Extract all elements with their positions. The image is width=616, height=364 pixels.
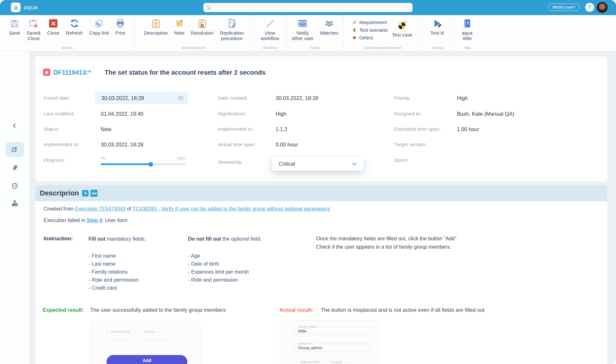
close-icon xyxy=(49,18,57,29)
create-requirement-item[interactable]: Requirement xyxy=(352,19,388,26)
print-button[interactable]: Print xyxy=(116,18,125,41)
list-item: - Role and permission xyxy=(89,276,139,284)
create-test-case-button[interactable]: Test case xyxy=(392,18,412,41)
mock-input: Currency xyxy=(139,332,167,340)
user-avatar[interactable] xyxy=(597,2,608,13)
progress-min-label: 0% xyxy=(101,156,106,160)
group-caption: Create dependent event xyxy=(343,46,421,50)
progress-max-label: 100% xyxy=(177,156,186,160)
envelope-icon xyxy=(298,18,307,29)
field-label: Progress: xyxy=(44,157,65,163)
replication-procedure-button[interactable]: {} Replication precedure xyxy=(220,18,244,41)
note-line: Check if the user appears in a list of f… xyxy=(316,243,457,251)
defect-type-bug-icon xyxy=(43,69,50,76)
calendar-icon[interactable] xyxy=(178,95,184,101)
field-label: Severenity: xyxy=(218,159,243,165)
create-test-scenario-item[interactable]: Test scenario xyxy=(352,27,388,33)
description-section-header: Descriprion A A⇄ xyxy=(35,185,607,201)
test-it-play-icon xyxy=(432,18,442,29)
expected-result-label: Expected result: xyxy=(43,307,84,313)
resolution-button[interactable]: Resolution xyxy=(191,18,214,41)
sidebar-tab-attachments[interactable] xyxy=(0,163,30,172)
field-value: High xyxy=(457,95,468,101)
list-item: - Age xyxy=(188,252,249,260)
search-input[interactable] xyxy=(214,5,410,11)
brand-name: aqua xyxy=(24,4,38,11)
field-label: Actual time span: xyxy=(218,142,256,147)
field-label: Estimated time span: xyxy=(394,126,441,132)
list-item: - Role and permission xyxy=(188,276,249,284)
found-date-input[interactable]: 30.03.2022, 18:28 xyxy=(95,92,188,104)
field-label: Target version: xyxy=(394,142,427,147)
created-from-line: Created from Execution TE5478343 of TC43… xyxy=(44,206,330,212)
view-workflow-button[interactable]: View workflow xyxy=(261,18,279,41)
requirement-icon xyxy=(352,20,357,25)
list-item: - Expences limit per month xyxy=(188,268,249,276)
replication-procedure-icon: {} xyxy=(227,18,236,29)
list-item: - Family relations xyxy=(89,268,139,276)
floppy-save-icon xyxy=(10,18,19,29)
aqua-app-window: a aqua What's new? ? Save xyxy=(0,0,616,364)
toolbar-group-notify: Notify other user Watches Notify xyxy=(287,15,343,51)
svg-text:{}: {} xyxy=(230,21,234,24)
paperclip-icon xyxy=(11,163,19,172)
floppy-close-icon xyxy=(29,18,38,29)
sidebar-tab-dependencies[interactable] xyxy=(0,200,30,208)
field-label: Assigned to: xyxy=(394,111,421,117)
help-button[interactable]: ? xyxy=(585,3,594,12)
severity-dropdown[interactable]: Critical xyxy=(272,157,364,171)
test-case-icon xyxy=(397,20,407,31)
mock-input: Currency xyxy=(326,362,353,364)
defect-id[interactable]: DF1119413:* xyxy=(53,69,91,76)
field-label: Implemented in: xyxy=(218,126,253,132)
field-label: Found date: xyxy=(44,95,70,101)
aqua-wiki-button[interactable]: ? aqua Wiki xyxy=(462,18,472,41)
save-button[interactable]: Save xyxy=(9,18,20,41)
defect-title[interactable]: The set status for the account resets af… xyxy=(105,69,265,76)
wiki-book-icon: ? xyxy=(463,18,471,29)
whats-new-button[interactable]: What's new? xyxy=(548,4,580,11)
field-value: Bush, Kate (Manual QA) xyxy=(457,111,514,117)
mock-input: Expenses limit xyxy=(296,362,323,364)
test-it-button[interactable]: Test it! xyxy=(430,18,444,36)
description-button[interactable]: Description xyxy=(144,18,168,41)
test-case-link[interactable]: TC438293 - Verify if user can be added t… xyxy=(133,206,330,211)
field-label: Status: xyxy=(44,126,59,132)
instruction-note: Once the mandatory fields are filled out… xyxy=(316,235,457,251)
save-and-close-button[interactable]: Save& Close xyxy=(27,18,41,41)
format-a-icon[interactable]: A xyxy=(82,190,89,196)
slider-thumb[interactable] xyxy=(149,162,153,167)
actual-result-label: Actual result: xyxy=(279,307,313,313)
watches-button[interactable]: Watches xyxy=(320,18,338,41)
aqua-logo-icon: a xyxy=(11,3,21,12)
collapse-sidebar-button[interactable] xyxy=(0,122,30,129)
field-label: Last modified: xyxy=(44,111,75,117)
slider-fill xyxy=(101,163,151,165)
actual-result-text: The button is misplaced and is not activ… xyxy=(321,307,484,313)
list-item: - First name xyxy=(89,252,139,260)
close-button[interactable]: Close xyxy=(47,18,59,41)
translate-icon[interactable]: A⇄ xyxy=(90,190,98,197)
copy-link-button[interactable]: Copy link xyxy=(89,18,109,41)
svg-text:?: ? xyxy=(466,21,469,26)
sidebar-tab-edit[interactable] xyxy=(0,146,30,153)
create-defect-item[interactable]: Defect xyxy=(352,34,388,41)
clock-icon xyxy=(11,182,19,190)
refresh-button[interactable]: Refresh xyxy=(66,18,83,41)
sidebar-tab-history[interactable] xyxy=(0,182,30,190)
note-button[interactable]: Note xyxy=(174,18,184,41)
notify-other-user-button[interactable]: Notify other user xyxy=(292,18,313,41)
field-value: High xyxy=(276,111,287,117)
execution-link[interactable]: Execution TE5478343 xyxy=(75,206,125,211)
toolbar-group-add-enclosures: Description Note Resolution {} Replicati… xyxy=(135,15,253,51)
group-caption: Help xyxy=(454,46,481,50)
global-search[interactable] xyxy=(203,3,413,12)
copy-link-icon xyxy=(94,18,104,29)
progress-slider[interactable]: 0% 100% xyxy=(101,156,186,167)
field-label: Sprint: xyxy=(394,157,408,163)
execution-failed-line: Execution failed in Step 4: User form xyxy=(44,218,127,223)
field-value: 01.04.2022, 19:40 xyxy=(101,111,143,117)
mock-input: Family relation Wife xyxy=(294,327,371,335)
step-link[interactable]: Step 4 xyxy=(87,218,102,223)
ribbon-toolbar: Save Save& Close Close Refresh xyxy=(0,15,616,51)
